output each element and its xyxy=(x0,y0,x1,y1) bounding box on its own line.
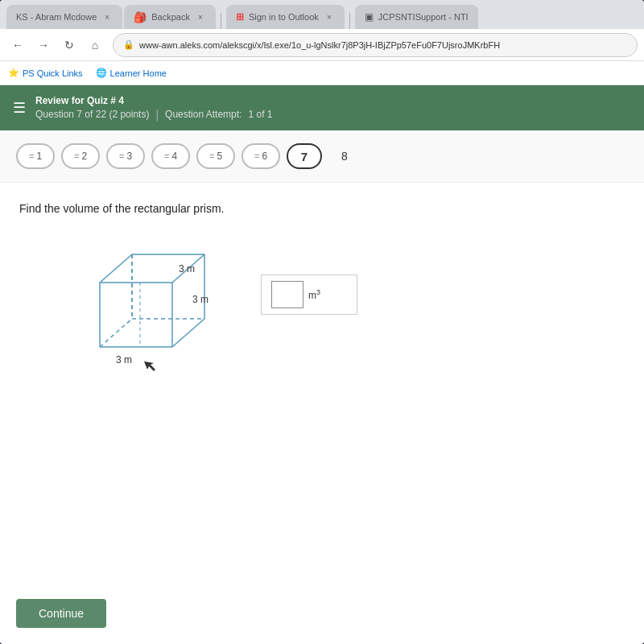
answer-box: m3 xyxy=(261,275,357,315)
aleks-header: ☰ Review for Quiz # 4 Question 7 of 22 (… xyxy=(0,85,644,130)
cube-diagram: 3 m 3 m 3 m xyxy=(52,242,229,387)
attempt-label: Question Attempt: xyxy=(165,109,242,120)
svg-text:3 m: 3 m xyxy=(116,354,132,365)
home-button[interactable]: ⌂ xyxy=(84,34,106,56)
tab-close-ks[interactable]: × xyxy=(101,11,113,23)
quiz-title: Review for Quiz # 4 xyxy=(35,95,272,106)
q-pill-4[interactable]: =4 xyxy=(151,143,190,169)
refresh-button[interactable]: ↻ xyxy=(58,34,80,56)
diagram-area: 3 m 3 m 3 m m3 xyxy=(19,234,625,395)
nav-buttons: ← → ↻ ⌂ xyxy=(6,34,106,56)
menu-icon[interactable]: ☰ xyxy=(13,99,26,117)
bookmarks-bar: ⭐ PS Quick Links 🌐 Learner Home xyxy=(0,61,644,85)
q-pill-6[interactable]: =6 xyxy=(242,143,280,169)
q-pill-5[interactable]: =5 xyxy=(196,143,235,169)
attempt-value: 1 of 1 xyxy=(248,109,272,120)
tab-close-outlook[interactable]: × xyxy=(324,11,335,23)
question-area: Find the volume of the rectangular prism… xyxy=(0,183,644,415)
globe-icon: 🌐 xyxy=(96,68,107,78)
separator: | xyxy=(155,108,159,121)
q-pill-8[interactable]: 8 xyxy=(328,143,361,169)
question-info: Question 7 of 22 (2 points) xyxy=(35,109,149,120)
tab-bar: KS - Abram Mcdowe × 🎒 Backpack × ⊞ Sign … xyxy=(0,0,644,29)
q-pill-1[interactable]: =1 xyxy=(16,143,55,169)
svg-line-11 xyxy=(100,319,132,347)
quiz-info: Review for Quiz # 4 Question 7 of 22 (2 … xyxy=(35,95,272,121)
answer-section: m3 xyxy=(261,258,357,315)
continue-area: Continue xyxy=(16,599,106,628)
cube-svg: 3 m 3 m 3 m xyxy=(52,242,229,387)
lock-icon: 🔒 xyxy=(123,39,134,50)
quiz-subtitle: Question 7 of 22 (2 points) | Question A… xyxy=(35,108,272,121)
unit-exponent: 3 xyxy=(316,288,320,296)
back-button[interactable]: ← xyxy=(6,34,29,56)
url-box[interactable]: 🔒 www-awn.aleks.com/alekscgi/x/lsl.exe/1… xyxy=(113,33,638,57)
svg-line-8 xyxy=(172,319,204,347)
star-icon: ⭐ xyxy=(8,68,19,78)
q-pill-3[interactable]: =3 xyxy=(106,143,145,169)
forward-button[interactable]: → xyxy=(32,34,55,56)
bookmark-learner-home[interactable]: 🌐 Learner Home xyxy=(96,68,167,78)
answer-input[interactable] xyxy=(271,281,303,308)
question-text: Find the volume of the rectangular prism… xyxy=(19,202,625,215)
tab-close-backpack[interactable]: × xyxy=(195,11,206,23)
svg-text:3 m: 3 m xyxy=(192,294,208,305)
continue-button[interactable]: Continue xyxy=(16,599,106,628)
question-nav: =1 =2 =3 =4 =5 =6 7 8 xyxy=(0,130,644,183)
svg-text:3 m: 3 m xyxy=(179,263,195,275)
svg-marker-17 xyxy=(144,361,155,371)
svg-line-4 xyxy=(100,254,132,283)
bookmark-quick-links[interactable]: ⭐ PS Quick Links xyxy=(8,68,83,78)
address-bar: ← → ↻ ⌂ 🔒 www-awn.aleks.com/alekscgi/x/l… xyxy=(0,29,644,61)
tab-outlook[interactable]: ⊞ Sign in to Outlook × xyxy=(226,5,345,29)
tab-jcps[interactable]: ▣ JCPSNTISupport - NTI xyxy=(355,5,478,29)
tab-backpack[interactable]: 🎒 Backpack × xyxy=(124,5,216,29)
q-pill-7[interactable]: 7 xyxy=(287,143,322,169)
tab-ks[interactable]: KS - Abram Mcdowe × xyxy=(6,5,122,29)
url-text: www-awn.aleks.com/alekscgi/x/lsl.exe/1o_… xyxy=(139,40,500,50)
unit-label: m3 xyxy=(308,288,320,301)
q-pill-2[interactable]: =2 xyxy=(61,143,100,169)
page-content: ☰ Review for Quiz # 4 Question 7 of 22 (… xyxy=(0,85,644,644)
